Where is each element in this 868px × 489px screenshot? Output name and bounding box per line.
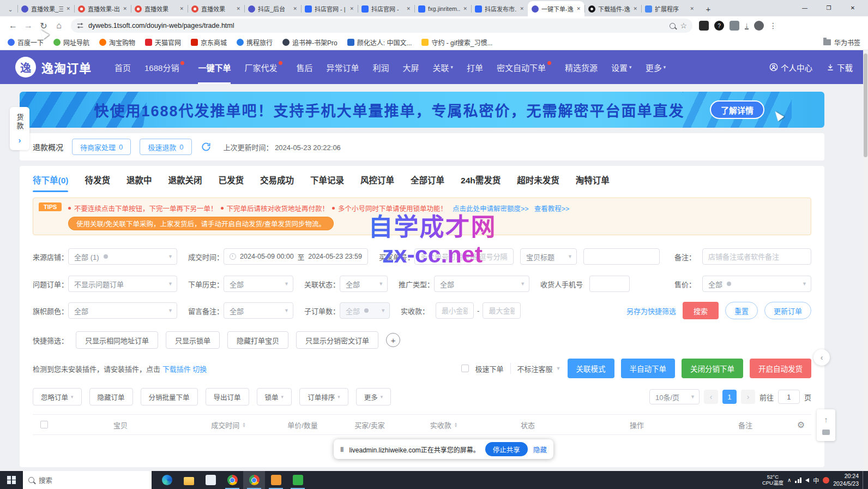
view-tutorial-link[interactable]: 查看教程>> [534,203,570,213]
taskbar-app-button[interactable] [265,471,287,489]
close-distribution-button[interactable]: 关闭分销下单 [682,359,743,378]
nav-item[interactable]: 设置 ▾ [611,50,632,84]
tab-close-icon[interactable]: ✕ [236,6,240,11]
taskbar-app-button[interactable] [178,471,200,489]
suborder-count-select[interactable]: 全部 ▼ [340,302,390,319]
instant-refund-button[interactable]: 极速退款 0 [140,139,191,155]
order-status-tab[interactable]: 全部订单 [411,174,444,192]
tab-close-icon[interactable]: ✕ [66,6,70,11]
url-text[interactable]: dywebs.1tsoft.com/douyin-web/pages/trade… [88,22,665,29]
browser-tab[interactable]: 抖店_后台 ✕ [244,1,301,16]
add-quick-filter-icon[interactable]: + [386,333,400,347]
toolbar-button[interactable]: 导出订单 [206,388,249,405]
tab-close-icon[interactable]: ✕ [179,6,184,11]
column-actions[interactable]: 操作 [574,420,700,430]
relation-status-select[interactable]: 全部 ▼ [340,276,388,292]
order-status-tab[interactable]: 下单记录 [310,174,344,192]
order-status-tab[interactable]: 待发货 [85,174,110,192]
stop-sharing-button[interactable]: 停止共享 [485,442,528,456]
taskbar-clock[interactable]: 20:24 2024/5/23 [833,473,859,487]
bookmark-item[interactable]: 淘宝购物 [99,38,135,47]
app-logo[interactable]: 逸 [15,57,36,77]
pending-merchant-button[interactable]: 待商家处理 0 [72,139,131,155]
bookmark-item[interactable]: 京东商城 [191,38,227,47]
bookmark-item[interactable]: 百度一下 [8,38,44,47]
column-paid-amount[interactable]: 实收款 ▲▼ [406,420,482,430]
side-drawer-tab[interactable]: 货款 › [10,107,29,150]
nav-item[interactable]: 首页 [114,50,131,84]
column-item[interactable]: 宝贝 [56,420,185,430]
next-page-button[interactable]: › [741,390,755,404]
prev-page-button[interactable]: ‹ [704,390,718,404]
item-title-input[interactable] [583,248,660,265]
bookmark-item[interactable]: 守约 - gif搜索_习惯... [421,38,492,47]
browser-tab[interactable]: 抖店官网 - | ✕ [301,1,358,16]
downloads-icon[interactable]: ↓ [745,22,749,29]
nav-item[interactable]: 1688分销 [144,50,184,84]
scrollbar-thumb[interactable] [864,53,867,157]
user-center-link[interactable]: 个人中心 [769,62,812,73]
browser-tab[interactable]: 下载插件-逸 ✕ [584,1,641,16]
address-bar[interactable]: dywebs.1tsoft.com/douyin-web/pages/trade… [71,19,692,33]
hide-share-bar-link[interactable]: 隐藏 [533,444,547,455]
select-all-checkbox[interactable] [40,421,48,428]
tab-close-icon[interactable]: ✕ [406,6,411,11]
column-buyer-seller[interactable]: 买家/卖家 [334,420,406,430]
tab-close-icon[interactable]: ✕ [520,6,524,11]
forward-icon[interactable]: → [21,18,36,33]
refresh-orders-button[interactable]: 更新订单 [764,302,811,319]
column-remark[interactable]: 备注 [700,420,791,430]
bookmark-folder[interactable]: 华为书签 [823,38,860,47]
tab-overflow-icon[interactable]: ⌄ [3,2,17,16]
tab-close-icon[interactable]: ✕ [463,6,467,11]
save-quick-filter-link[interactable]: 另存为快捷筛选 [626,306,676,316]
taskbar-app-button[interactable] [156,471,178,489]
tab-close-icon[interactable]: ✕ [576,6,581,11]
refresh-icon[interactable] [201,141,212,152]
network-icon[interactable] [795,478,801,483]
nav-item[interactable]: 售后 [296,50,312,84]
order-status-tab[interactable]: 淘特订单 [576,174,610,192]
bookmark-item[interactable]: 颜化达人: 中国文... [347,38,412,47]
help-extension-icon[interactable]: ? [714,21,724,31]
price-select[interactable]: 全部 ▼ [702,276,811,292]
apply-decrypt-link[interactable]: 点击此处申请解密额度>> [453,203,529,213]
toolbar-button[interactable]: 订单排序 ▾ [299,388,348,405]
bookmark-star-icon[interactable]: ☆ [680,21,687,30]
back-icon[interactable]: ← [5,18,21,33]
nav-item[interactable]: 一键下单 [198,50,231,84]
order-status-tab[interactable]: 待下单(0) [33,174,68,192]
bookmark-item[interactable]: 追书神-书架Pro [282,38,337,47]
per-page-select[interactable]: 10条/页 ▼ [649,389,700,404]
remark-input[interactable] [702,248,811,265]
nav-item[interactable]: 更多 ▾ [646,50,666,84]
browser-tab[interactable]: 一键下单-逸... ✕ [528,1,584,16]
toolbar-button[interactable]: 忽略订单 ▾ [33,388,82,405]
message-remark-select[interactable]: 全部 ▼ [224,302,293,319]
window-maximize-button[interactable]: ❐ [817,0,841,15]
service-note-select[interactable]: 不标注客服 ▼ [517,363,561,374]
download-link[interactable]: 下载 [827,62,853,73]
express-order-checkbox[interactable] [461,365,469,372]
order-history-select[interactable]: 全部 ▼ [224,276,293,292]
search-button[interactable]: 搜索 [683,302,719,319]
taskbar-app-button[interactable] [200,471,221,489]
order-status-tab[interactable]: 24h需发货 [461,174,501,192]
antivirus-tray-icon[interactable] [823,477,829,484]
browser-tab[interactable]: 直播效果_三 ✕ [17,1,74,16]
bookmark-item[interactable]: 携程旅行 [237,38,273,47]
collapse-panel-icon[interactable]: ‹ [813,349,830,366]
nav-item[interactable]: 关联 ▾ [433,50,454,84]
quick-filter-button[interactable]: 只显示分销密文订单 [296,331,378,349]
problem-order-select[interactable]: 不显示问题订单 ▼ [68,276,177,292]
nav-item[interactable]: 利润 [372,50,389,84]
quick-filter-button[interactable]: 只显示相同地址订单 [76,331,158,349]
order-status-tab[interactable]: 超时未发货 [517,174,559,192]
banner-detail-button[interactable]: 了解详情 [710,100,764,119]
item-title-select[interactable]: 宝贝标题 ▼ [520,248,577,265]
receiver-phone-input[interactable] [589,276,630,292]
column-status[interactable]: 状态 [482,420,574,430]
ime-indicator[interactable]: 中 [813,476,819,485]
order-status-tab[interactable]: 风控订单 [360,174,394,192]
quick-filter-button[interactable]: 隐藏打单宝贝 [227,331,288,349]
